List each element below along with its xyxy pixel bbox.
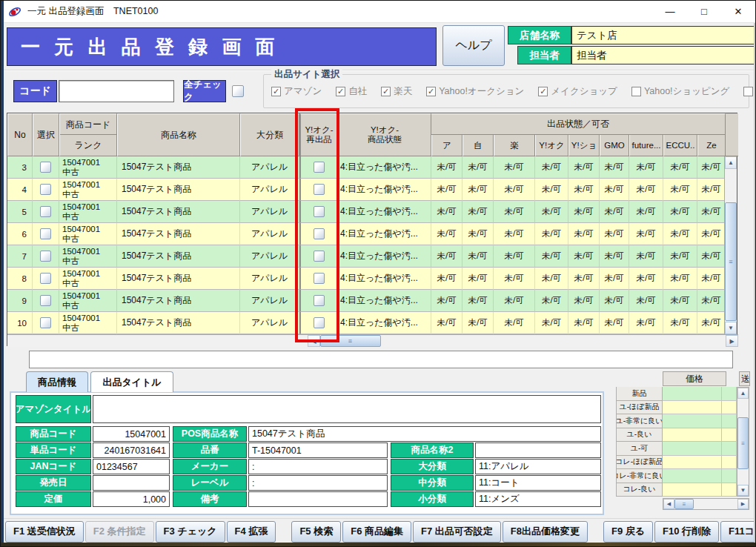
price-cell-extra[interactable]: [722, 442, 737, 456]
row-status-cell: 未/可: [535, 179, 568, 201]
row-select-checkbox[interactable]: [40, 251, 51, 262]
price-scroll-right-icon[interactable]: ▶: [737, 499, 749, 509]
row-select-checkbox[interactable]: [40, 273, 51, 284]
part-number-field[interactable]: T-15047001: [248, 442, 388, 458]
price-cell-extra[interactable]: [722, 387, 737, 401]
release-date-field[interactable]: [93, 475, 170, 491]
row-select-checkbox[interactable]: [40, 206, 51, 217]
grid-vscrollbar[interactable]: ▲ ≡ ▼: [724, 156, 737, 334]
fkey-button-f10[interactable]: F10 行削除: [654, 521, 719, 543]
help-button[interactable]: ヘルプ: [442, 25, 505, 66]
relist-checkbox[interactable]: [314, 206, 325, 217]
price-cell[interactable]: [663, 414, 722, 428]
price-hscrollbar[interactable]: ◀ ≡ ▶: [663, 498, 749, 510]
price-cell[interactable]: [663, 456, 722, 470]
grid-hscrollbar[interactable]: ◀ ≡ ▶: [7, 334, 738, 347]
price-cell[interactable]: [663, 483, 722, 497]
scroll-up-icon[interactable]: ▲: [725, 156, 737, 169]
relist-checkbox[interactable]: [314, 228, 325, 239]
price-cell-extra[interactable]: [722, 401, 737, 415]
remarks-label: 備考: [173, 491, 247, 507]
row-status-cell: 未/可: [663, 290, 697, 312]
middle-category-field[interactable]: 11:コート: [475, 475, 601, 491]
maximize-button[interactable]: □: [687, 1, 721, 22]
price-cell-extra[interactable]: [722, 469, 737, 483]
relist-checkbox[interactable]: [314, 273, 325, 284]
price-hscroll-thumb[interactable]: ≡: [674, 499, 694, 509]
row-select-checkbox[interactable]: [40, 162, 51, 173]
fkey-button-f1[interactable]: F1 送受信状況: [5, 521, 84, 543]
vscroll-thumb[interactable]: ≡: [725, 202, 737, 321]
close-button[interactable]: ✕: [721, 1, 755, 22]
row-select-checkbox[interactable]: [40, 184, 51, 195]
price-cell[interactable]: [663, 387, 722, 401]
site-checkbox-6[interactable]: Yahoo!ショッピング: [631, 85, 729, 98]
scroll-right-icon[interactable]: ▶: [726, 335, 738, 347]
code-input[interactable]: [59, 80, 174, 102]
status-column-header: ア: [431, 135, 462, 156]
price-scroll-left-icon[interactable]: ◀: [663, 499, 674, 509]
row-condition: 4:目立った傷や汚...: [338, 312, 431, 334]
product-name2-field[interactable]: [475, 442, 601, 458]
price-cell[interactable]: [663, 401, 722, 415]
site-checkbox-1[interactable]: ✓アマゾン: [271, 85, 322, 98]
site-checkbox-5[interactable]: ✓メイクショップ: [538, 85, 617, 98]
price-cell[interactable]: [663, 442, 722, 456]
tab-listing-title[interactable]: 出品タイトル: [90, 371, 173, 392]
scroll-left-icon[interactable]: ◀: [308, 335, 320, 347]
row-status-cell: 未/可: [568, 179, 600, 201]
amazon-title-field[interactable]: [93, 395, 601, 423]
minor-category-field[interactable]: 11:メンズ: [475, 491, 601, 507]
price-cell-extra[interactable]: [722, 483, 737, 497]
price-cell-extra[interactable]: [722, 428, 737, 442]
scroll-down-icon[interactable]: ▼: [725, 322, 737, 334]
site-checkbox-2[interactable]: ✓自社: [336, 85, 367, 98]
fkey-button-f8[interactable]: F8出品価格変更: [503, 521, 588, 543]
maker-field[interactable]: :: [248, 459, 388, 474]
remarks-field[interactable]: [248, 491, 388, 507]
all-check-checkbox[interactable]: [232, 85, 244, 97]
price-scroll-down-icon[interactable]: ▼: [737, 485, 749, 496]
hscroll-thumb[interactable]: ≡: [320, 335, 381, 347]
site-checkbox-4[interactable]: ✓Yahoo!オークション: [426, 85, 524, 98]
hscroll-track[interactable]: [381, 335, 726, 347]
relist-checkbox[interactable]: [314, 162, 325, 173]
major-category-field[interactable]: 11:アパレル: [475, 459, 601, 474]
price-scroll-up-icon[interactable]: ▲: [737, 388, 749, 399]
fkey-button-f6[interactable]: F6 商品編集: [342, 521, 411, 543]
price-cell[interactable]: [663, 469, 722, 483]
row-rank: 中古: [62, 212, 79, 222]
row-select-checkbox[interactable]: [40, 228, 51, 239]
list-price-field[interactable]: 1,000: [93, 491, 170, 507]
price-cell[interactable]: [663, 428, 722, 442]
label-name-field[interactable]: :: [248, 475, 388, 491]
relist-checkbox[interactable]: [314, 184, 325, 195]
fkey-button-f11[interactable]: F11コード入力: [720, 521, 756, 543]
minimize-button[interactable]: —: [653, 1, 687, 22]
fkey-button-f7[interactable]: F7 出品可否設定: [413, 521, 501, 543]
row-status-cell: 未/可: [697, 312, 726, 334]
relist-checkbox[interactable]: [314, 251, 325, 262]
relist-checkbox[interactable]: [314, 317, 325, 328]
fkey-button-f9[interactable]: F9 戻る: [603, 521, 653, 543]
site-checkbox-3[interactable]: ✓楽天: [381, 85, 412, 98]
relist-checkbox[interactable]: [314, 295, 325, 306]
tab-product-info[interactable]: 商品情報: [26, 371, 88, 392]
row-select-checkbox[interactable]: [40, 317, 51, 328]
jan-code-label: JANコード: [16, 459, 91, 474]
product-code-field[interactable]: 15047001: [93, 426, 170, 442]
jan-code-field[interactable]: 01234567: [93, 459, 170, 474]
row-rank: 中古: [62, 234, 79, 244]
row-select-checkbox[interactable]: [40, 295, 51, 306]
price-vscrollbar[interactable]: ▲ ≡ ▼: [737, 387, 749, 497]
price-hscroll-track[interactable]: [694, 499, 737, 509]
fkey-button-f4[interactable]: F4 拡張: [227, 521, 276, 543]
item-code-field[interactable]: 240167031641: [93, 442, 170, 458]
price-vscroll-thumb[interactable]: ≡: [737, 417, 749, 469]
fkey-button-f3[interactable]: F3 チェック: [156, 521, 225, 543]
price-cell-extra[interactable]: [722, 414, 737, 428]
price-cell-extra[interactable]: [722, 456, 737, 470]
fkey-button-f5[interactable]: F5 検索: [291, 521, 341, 543]
pos-name-field[interactable]: 15047テスト商品: [248, 426, 601, 442]
row-status-cell: 未/可: [568, 290, 600, 312]
